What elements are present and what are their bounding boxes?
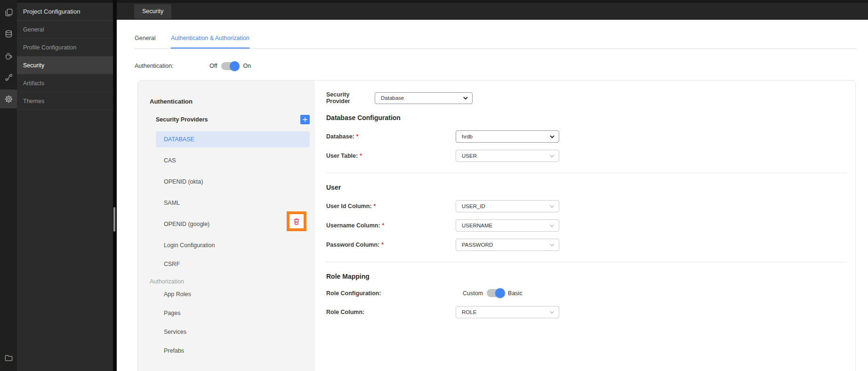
chevron-down-icon [550,135,555,138]
role-column-row: Role Column: ROLE [326,306,847,318]
panel-item-pages[interactable]: Pages [156,305,310,321]
toggle-custom-label: Custom [463,290,483,297]
authentication-section-title: Authentication [150,98,315,105]
authentication-panel: Authentication Security Providers DATABA… [138,81,315,371]
toggle-on-label: On [243,63,251,69]
security-provider-row: Security Provider Database [326,91,847,105]
sidebar-item-profile-configuration[interactable]: Profile Configuration [17,39,113,56]
switch-knob [495,288,505,298]
user-id-column-value: USER_ID [462,203,485,209]
pages-icon[interactable] [0,3,17,22]
password-column-select[interactable]: PASSWORD [456,239,559,251]
editor-tab-security[interactable]: Security [134,4,171,19]
activity-bar [0,0,17,371]
chevron-down-icon [549,243,555,247]
project-configuration-window: Project Configuration General Profile Co… [0,0,868,371]
chevron-down-icon [549,154,555,158]
username-column-select[interactable]: USERNAME [456,219,559,232]
panel-item-login-configuration[interactable]: Login Configuration [156,237,310,253]
authentication-switch[interactable] [221,62,239,70]
required-marker: * [374,203,376,210]
editor-tab-bar: Security [117,0,868,20]
chevron-down-icon [549,311,555,314]
panel-item-csrf[interactable]: CSRF [156,256,310,272]
database-label: Database:* [326,133,456,140]
user-id-column-select[interactable]: USER_ID [456,200,559,212]
tab-general[interactable]: General [135,35,155,48]
sidebar-item-security[interactable]: Security [17,56,113,74]
password-column-label: Password Column:* [326,242,456,248]
settings-gear-icon[interactable] [0,89,17,108]
toggle-basic-label: Basic [508,290,522,297]
role-column-label: Role Column: [326,309,456,315]
java-services-icon[interactable] [0,46,17,65]
database-icon[interactable] [0,24,17,43]
topbar-strip [117,0,868,3]
required-marker: * [360,153,362,159]
provider-item-saml[interactable]: SAML [156,195,310,211]
section-divider [326,262,847,262]
security-tabs: General Authentication & Authorization [135,33,857,49]
database-field-row: Database:* hrdb [326,130,847,143]
authorization-section-title: Authorization [150,278,315,285]
panel-item-services[interactable]: Services [156,324,310,340]
provider-item-database[interactable]: DATABASE [156,131,310,147]
user-table-label: User Table:* [326,153,456,159]
database-configuration-title: Database Configuration [326,114,847,121]
username-column-value: USERNAME [462,223,492,228]
chevron-down-icon [463,97,468,100]
user-id-column-row: User Id Column:* USER_ID [326,200,847,212]
required-marker: * [382,222,385,229]
provider-config-form: Security Provider Database Database Conf… [315,81,855,371]
panel-item-prefabs[interactable]: Prefabs [156,343,310,359]
section-divider [326,173,847,173]
chevron-down-icon [549,224,555,227]
role-mapping-title: Role Mapping [326,273,847,280]
apis-icon[interactable] [0,68,17,87]
delete-provider-annotation-box[interactable] [287,211,306,231]
role-configuration-row: Role Configuration: Custom Basic [326,289,847,297]
user-section-title: User [326,184,847,191]
user-id-column-label: User Id Column:* [326,203,456,210]
username-column-row: Username Column:* USERNAME [326,219,847,232]
sidebar-item-general[interactable]: General [17,21,113,39]
role-column-select[interactable]: ROLE [456,306,559,318]
folder-icon[interactable] [0,348,17,367]
trash-icon [293,218,300,226]
sidebar-gutter [113,0,117,371]
user-table-select[interactable]: USER [456,150,559,162]
sidebar-item-artifacts[interactable]: Artifacts [17,74,113,92]
sidebar-item-themes[interactable]: Themes [17,92,113,110]
role-configuration-switch[interactable] [487,289,504,297]
authentication-label: Authentication: [135,63,209,69]
user-table-field-row: User Table:* USER [326,150,847,162]
chevron-down-icon [549,205,555,208]
security-providers-label: Security Providers [156,116,208,123]
security-provider-value: Database [381,95,404,101]
switch-knob [230,61,240,71]
add-provider-button[interactable] [300,115,310,124]
required-marker: * [381,242,384,248]
settings-sidebar: Project Configuration General Profile Co… [17,0,113,371]
security-providers-header: Security Providers [156,115,310,124]
database-select[interactable]: hrdb [456,130,559,143]
password-column-row: Password Column:* PASSWORD [326,239,847,251]
main-area: Security General Authentication & Author… [117,0,868,371]
username-column-label: Username Column:* [326,222,456,229]
security-provider-label: Security Provider [326,91,375,105]
role-configuration-toggle-group: Custom Basic [463,289,522,297]
provider-item-cas[interactable]: CAS [156,153,310,169]
database-value: hrdb [462,134,473,139]
user-table-value: USER [462,153,477,159]
tab-authentication-authorization[interactable]: Authentication & Authorization [171,35,249,48]
provider-item-openid-okta[interactable]: OPENID (okta) [156,174,310,190]
scrollbar-thumb[interactable] [113,207,115,232]
toggle-off-label: Off [209,63,217,69]
required-marker: * [356,133,359,140]
role-configuration-label: Role Configuration: [326,290,456,297]
panel-item-app-roles[interactable]: App Roles [156,286,310,302]
authentication-toggle-row: Authentication: Off On [135,61,251,71]
security-config-card: Authentication Security Providers DATABA… [137,80,856,371]
security-provider-select[interactable]: Database [375,92,473,104]
plus-icon [302,117,308,122]
